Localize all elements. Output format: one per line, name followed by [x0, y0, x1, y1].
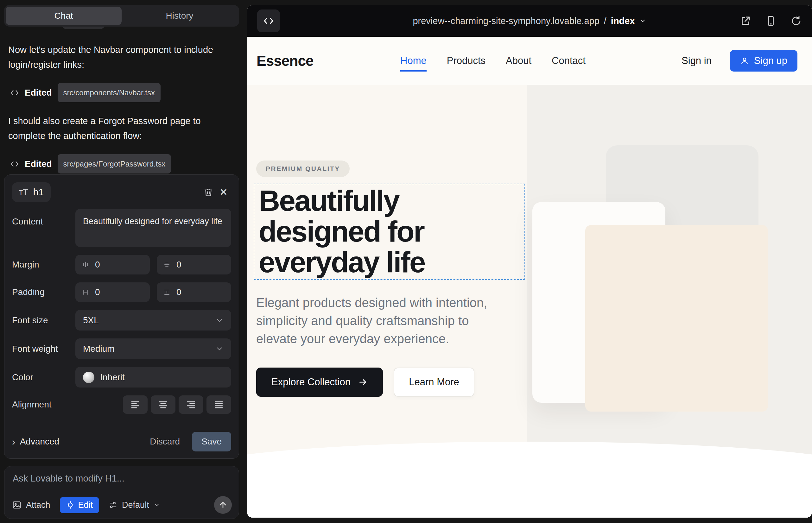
align-center-icon — [158, 400, 168, 409]
delete-element-button[interactable] — [201, 184, 216, 200]
chevron-down-icon — [215, 316, 224, 325]
align-center-button[interactable] — [151, 395, 175, 414]
refresh-icon[interactable] — [791, 15, 802, 26]
edited-file-row[interactable]: Edited src/pages/ForgotPassword.tsx — [10, 154, 235, 174]
chevron-right-icon: › — [12, 437, 16, 447]
nav-link-products[interactable]: Products — [447, 55, 486, 67]
padding-vertical-input[interactable]: 0 — [157, 283, 231, 302]
nav-link-home[interactable]: Home — [400, 55, 427, 67]
selected-element-outline[interactable]: Beautifully designed for everyday life — [254, 184, 525, 280]
send-button[interactable] — [214, 496, 232, 514]
hero-description: Elegant products designed with intention… — [256, 294, 508, 348]
tune-icon — [109, 501, 118, 509]
tab-chat[interactable]: Chat — [6, 7, 122, 25]
code-icon — [263, 16, 274, 26]
align-left-button[interactable] — [123, 395, 147, 414]
align-justify-icon — [214, 400, 224, 409]
chevron-down-icon — [154, 502, 160, 508]
advanced-toggle[interactable]: › Advanced — [12, 437, 59, 447]
font-weight-select[interactable]: Medium — [75, 339, 231, 359]
preview-pane: preview--charming-site-symphony.lovable.… — [247, 5, 812, 518]
learn-more-button[interactable]: Learn More — [394, 367, 474, 397]
element-editor-panel: ᴛT h1 ✕ Content Beautifully designed for… — [4, 175, 239, 459]
content-input[interactable]: Beautifully designed for everyday life — [75, 209, 231, 247]
font-weight-label: Font weight — [12, 344, 75, 354]
chat-composer: Attach Edit Default — [4, 466, 239, 519]
content-label: Content — [12, 209, 75, 227]
margin-horizontal-input[interactable]: 0 — [75, 255, 150, 274]
discard-button[interactable]: Discard — [150, 437, 180, 447]
padding-horizontal-input[interactable]: 0 — [75, 283, 150, 302]
model-default-dropdown[interactable]: Default — [109, 500, 160, 510]
close-icon: ✕ — [219, 186, 228, 198]
save-button[interactable]: Save — [192, 432, 231, 451]
sidebar-tabbar: Chat History — [4, 5, 239, 26]
user-icon — [740, 56, 749, 65]
decorative-card-beige — [585, 225, 768, 412]
text-style-icon: ᴛT — [19, 187, 28, 197]
url-separator: / — [604, 16, 606, 26]
site-logo[interactable]: Essence — [257, 52, 314, 69]
trash-icon — [203, 187, 214, 198]
align-right-button[interactable] — [179, 395, 203, 414]
nav-link-contact[interactable]: Contact — [552, 55, 586, 67]
preview-url-dropdown[interactable]: preview--charming-site-symphony.lovable.… — [413, 16, 646, 26]
element-tag-label: h1 — [33, 187, 44, 198]
margin-vertical-input[interactable]: 0 — [157, 255, 231, 274]
padding-vertical-icon — [163, 288, 171, 296]
app-window: Chat History Now let's update the Navbar… — [0, 0, 812, 523]
align-right-icon — [186, 400, 196, 409]
mobile-view-icon[interactable] — [765, 15, 777, 26]
arrow-right-icon — [358, 377, 368, 387]
attach-button[interactable]: Attach — [12, 500, 50, 510]
chat-message: Now let's update the Navbar component to… — [8, 42, 235, 72]
chat-messages: Now let's update the Navbar component to… — [8, 42, 235, 185]
edited-label: Edited — [25, 85, 52, 100]
edited-label: Edited — [25, 157, 52, 171]
code-view-toggle[interactable] — [257, 10, 280, 32]
margin-horizontal-icon — [82, 261, 89, 269]
hero-headline[interactable]: Beautifully designed for everyday life — [259, 185, 520, 278]
padding-horizontal-icon — [82, 288, 89, 296]
chat-message: I should also create a Forgot Password p… — [8, 114, 235, 143]
color-label: Color — [12, 372, 75, 382]
alignment-label: Alignment — [12, 399, 75, 410]
font-size-label: Font size — [12, 315, 75, 325]
code-icon — [10, 160, 19, 168]
open-external-icon[interactable] — [740, 15, 751, 26]
code-icon — [10, 88, 19, 97]
tab-history[interactable]: History — [122, 7, 237, 25]
element-tag-pill[interactable]: ᴛT h1 — [12, 182, 51, 202]
file-chip[interactable]: src/components/Navbar.tsx — [58, 83, 161, 102]
padding-label: Padding — [12, 287, 75, 297]
nav-link-about[interactable]: About — [506, 55, 531, 67]
color-swatch — [83, 372, 94, 383]
align-left-icon — [130, 400, 140, 409]
preview-toolbar: preview--charming-site-symphony.lovable.… — [247, 5, 812, 37]
hero-eyebrow-badge: PREMIUM QUALITY — [256, 161, 350, 177]
margin-vertical-icon — [163, 261, 171, 269]
site-navbar: Essence Home Products About Contact Sign… — [247, 37, 812, 85]
explore-collection-button[interactable]: Explore Collection — [256, 367, 383, 397]
font-size-select[interactable]: 5XL — [75, 310, 231, 330]
align-justify-button[interactable] — [207, 395, 231, 414]
editor-header: ᴛT h1 ✕ — [12, 182, 231, 202]
edit-mode-button[interactable]: Edit — [60, 497, 100, 513]
chevron-down-icon — [215, 345, 224, 353]
arrow-up-icon — [218, 501, 227, 509]
margin-label: Margin — [12, 259, 75, 270]
image-icon — [12, 500, 21, 510]
sign-up-button[interactable]: Sign up — [730, 50, 797, 72]
crosshair-icon — [66, 501, 74, 509]
edited-file-row[interactable]: Edited src/components/Navbar.tsx — [10, 83, 235, 102]
composer-input[interactable] — [13, 473, 231, 488]
site-canvas: Essence Home Products About Contact Sign… — [247, 37, 812, 518]
close-editor-button[interactable]: ✕ — [216, 184, 231, 200]
file-chip[interactable]: src/pages/ForgotPassword.tsx — [58, 154, 171, 174]
preview-url-domain: preview--charming-site-symphony.lovable.… — [413, 16, 599, 26]
sign-in-link[interactable]: Sign in — [682, 55, 712, 67]
color-select[interactable]: Inherit — [75, 367, 231, 387]
chevron-down-icon — [639, 17, 646, 24]
preview-url-path: index — [611, 16, 635, 26]
hero-bottom-curve — [247, 441, 812, 518]
